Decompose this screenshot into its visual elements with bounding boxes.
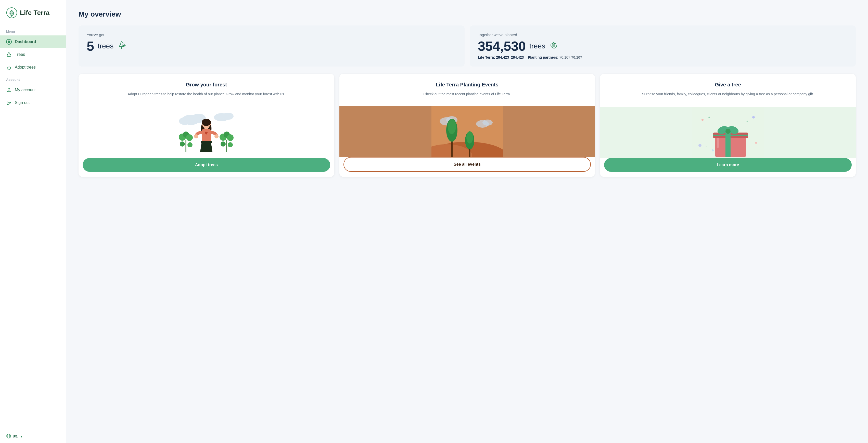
my-account-label: My account [15,88,36,92]
partners-val-text: 70,107 [571,55,582,59]
stats-row: You've got 5 trees Together we've plante… [79,26,856,66]
dashboard-icon [6,39,12,44]
svg-point-43 [448,119,456,134]
stat-collective-value: 354,530 trees [478,39,847,53]
events-illustration [339,106,595,157]
svg-point-63 [725,129,731,134]
sidebar-item-sign-out[interactable]: Sign out [0,96,66,109]
stat-collective-label: Together we've planted [478,33,847,37]
language-selector[interactable]: EN ▾ [0,430,66,443]
trees-label: Trees [15,52,25,57]
learn-more-button[interactable]: Learn more [604,158,852,172]
stat-collective-number: 354,530 [478,39,526,53]
see-all-events-button[interactable]: See all events [343,157,591,172]
svg-point-18 [194,134,198,138]
sidebar: Life Terra Menu Dashboard Trees Adopt tr… [0,0,66,443]
partners-value: 70,107 [559,55,570,59]
card-grow-desc: Adopt European trees to help restore the… [128,91,285,97]
gift-illustration: ✦ ✦ ✦ [600,107,856,158]
svg-point-3 [8,40,10,43]
grow-illustration [79,107,334,158]
stat-collective-unit: trees [529,42,545,50]
chevron-down-icon: ▾ [21,435,22,438]
adopt-icon [6,64,12,70]
svg-point-46 [466,131,473,144]
logo-icon [6,7,17,18]
page-title: My overview [79,10,856,18]
menu-label: Menu [0,26,66,35]
svg-text:✦: ✦ [708,115,711,119]
feature-card-grow-forest: Grow your forest Adopt European trees to… [79,74,334,177]
card-grow-title: Grow your forest [186,82,227,88]
svg-rect-33 [170,152,242,158]
lang-label: EN [13,434,19,439]
svg-point-19 [214,134,219,138]
sidebar-item-adopt-trees[interactable]: Adopt trees [0,61,66,74]
svg-point-32 [228,142,233,147]
stat-collective-sub: Life Terra: 284,423 284,423 Planting par… [478,55,847,59]
card-events-desc: Check out the most recent planting event… [424,91,511,97]
stat-personal-number: 5 [87,39,94,53]
lifeterra-value: 284,423 [496,55,509,59]
svg-rect-59 [725,132,731,157]
feature-card-give-tree: Give a tree Surprise your friends, famil… [600,74,856,177]
svg-text:✦: ✦ [705,146,707,148]
svg-point-14 [222,113,234,120]
trees-icon [6,52,12,57]
stat-personal-label: You've got [87,33,457,37]
sign-out-label: Sign out [15,100,30,105]
partners-label: Planting partners: [528,55,558,59]
svg-point-16 [202,119,211,126]
globe-icon [6,434,11,439]
stat-card-collective: Together we've planted 354,530 trees Lif… [470,26,856,66]
hands-icon [549,40,559,52]
stat-personal-value: 5 trees [87,39,457,53]
svg-point-38 [483,120,493,126]
svg-point-51 [699,144,702,147]
card-events-title: Life Terra Planting Events [436,82,498,88]
account-icon [6,87,12,93]
account-label: Account [0,74,66,84]
svg-point-48 [702,119,704,121]
svg-point-26 [187,142,192,147]
sidebar-item-trees[interactable]: Trees [0,48,66,61]
svg-point-30 [227,134,234,141]
svg-rect-60 [713,134,748,136]
adopt-trees-label: Adopt trees [15,65,36,70]
svg-text:✦: ✦ [746,120,748,123]
svg-rect-20 [201,141,212,143]
sidebar-item-my-account[interactable]: My account [0,84,66,96]
lifeterra-label: Life Terra: [478,55,495,59]
logo: Life Terra [0,0,66,26]
svg-point-4 [8,88,10,90]
lifeterra-val-text: 284,423 [511,55,524,59]
svg-point-49 [752,116,755,119]
svg-point-12 [179,117,190,125]
stat-card-personal: You've got 5 trees [79,26,465,66]
tree-icon [117,40,127,52]
main-content: My overview You've got 5 trees Together … [66,0,868,443]
adopt-trees-button[interactable]: Adopt trees [83,158,330,172]
svg-rect-17 [202,129,211,142]
svg-point-53 [712,149,714,151]
brand-name: Life Terra [20,9,50,17]
card-gift-title: Give a tree [715,82,741,88]
svg-point-50 [755,142,757,144]
card-gift-desc: Surprise your friends, family, colleague… [642,91,814,97]
sidebar-item-dashboard[interactable]: Dashboard [0,35,66,48]
svg-point-31 [221,141,226,147]
stat-personal-unit: trees [98,42,114,50]
sign-out-icon [6,100,12,105]
svg-point-25 [180,141,185,147]
dashboard-label: Dashboard [15,39,36,44]
feature-cards: Grow your forest Adopt European trees to… [79,74,856,177]
svg-point-24 [186,134,193,141]
svg-rect-64 [717,138,719,148]
feature-card-planting-events: Life Terra Planting Events Check out the… [339,74,595,177]
